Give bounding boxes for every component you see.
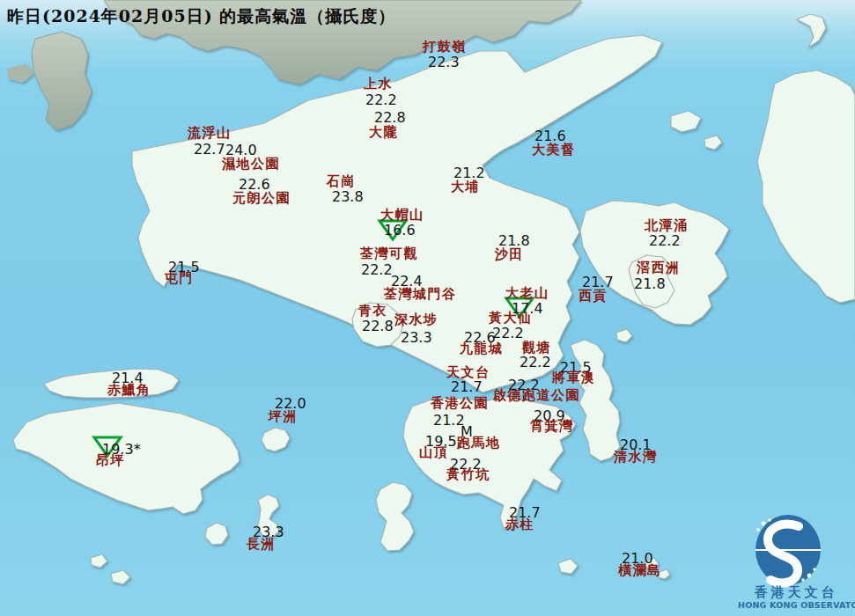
station-name: 長洲 xyxy=(247,538,276,551)
station-value: 21.8 xyxy=(634,277,666,291)
station-name: 香港公園 xyxy=(431,397,489,410)
station-name: 坪洲 xyxy=(269,410,298,423)
station-value: 21.7 xyxy=(451,380,483,394)
station-name: 啟德跑道公園 xyxy=(493,389,580,402)
station-name: 將軍澳 xyxy=(552,371,596,385)
station-name: 赤柱 xyxy=(505,518,534,532)
station-value: 22.2 xyxy=(649,234,681,248)
station-value: 22.2 xyxy=(361,263,393,277)
station-name: 黃竹坑 xyxy=(446,468,490,481)
station-name: 大帽山 xyxy=(380,209,424,222)
station-name: 流浮山 xyxy=(188,127,232,140)
hko-name-chinese: 香港天文台 xyxy=(747,584,845,601)
station-name: 大老山 xyxy=(505,287,549,300)
station-value: 16.6 xyxy=(384,224,416,238)
station-name: 元朗公園 xyxy=(232,192,291,205)
station-name: 黃大仙 xyxy=(489,312,533,325)
station-name: 清水灣 xyxy=(614,451,658,464)
station-name: 筲箕灣 xyxy=(530,420,574,433)
station-value: 22.2 xyxy=(365,93,397,107)
station-value: 22.2 xyxy=(520,356,551,370)
station-name: 大埔 xyxy=(451,180,480,194)
station-value: 22.7 xyxy=(194,143,225,157)
station-name: 荃灣可觀 xyxy=(360,247,418,260)
station-labels-layer: 22.3打鼓嶺22.2上水22.8大隴22.7流浮山24.0濕地公園22.6元朗… xyxy=(0,0,855,616)
station-name: 西貢 xyxy=(579,290,608,303)
station-name: 沙田 xyxy=(495,248,524,261)
station-name: 天文台 xyxy=(446,366,490,379)
station-name: 大隴 xyxy=(369,126,398,139)
station-name: 九龍城 xyxy=(460,342,504,356)
station-name: 青衣 xyxy=(358,304,387,318)
station-name: 深水埗 xyxy=(394,313,439,326)
hko-logo: 香港天文台 HONG KONG OBSERVATORY xyxy=(738,512,852,614)
station-value: 22.3 xyxy=(428,55,460,70)
station-value: 23.3 xyxy=(401,331,432,345)
station-name: 上水 xyxy=(364,77,393,91)
station-name: 跑馬地 xyxy=(457,436,501,450)
hko-emblem-icon xyxy=(744,512,832,590)
station-name: 大美督 xyxy=(532,143,576,157)
weather-map-screen: 昨日(2024年02月05日) 的最高氣溫（攝氏度） 22.3打鼓嶺22.2上水… xyxy=(0,0,855,616)
station-name: 濕地公園 xyxy=(222,158,280,171)
station-value: 22.8 xyxy=(362,319,394,334)
station-value: 22.2 xyxy=(492,326,524,341)
station-name: 屯門 xyxy=(165,272,194,285)
station-name: 山頂 xyxy=(419,446,448,459)
station-name: 石崗 xyxy=(327,175,356,188)
station-name: 赤鱲角 xyxy=(107,384,151,397)
station-name: 觀塘 xyxy=(522,341,551,355)
station-name: 滘西洲 xyxy=(637,261,681,275)
station-value: 22.8 xyxy=(374,111,406,125)
station-value: 23.8 xyxy=(332,190,364,204)
station-name: 打鼓嶺 xyxy=(423,40,467,54)
hko-name-english: HONG KONG OBSERVATORY xyxy=(738,600,852,610)
station-name: 昂坪 xyxy=(96,454,125,467)
station-name: 荃灣城門谷 xyxy=(384,288,457,301)
station-name: 橫瀾島 xyxy=(618,564,662,577)
station-name: 北潭涌 xyxy=(645,219,689,232)
